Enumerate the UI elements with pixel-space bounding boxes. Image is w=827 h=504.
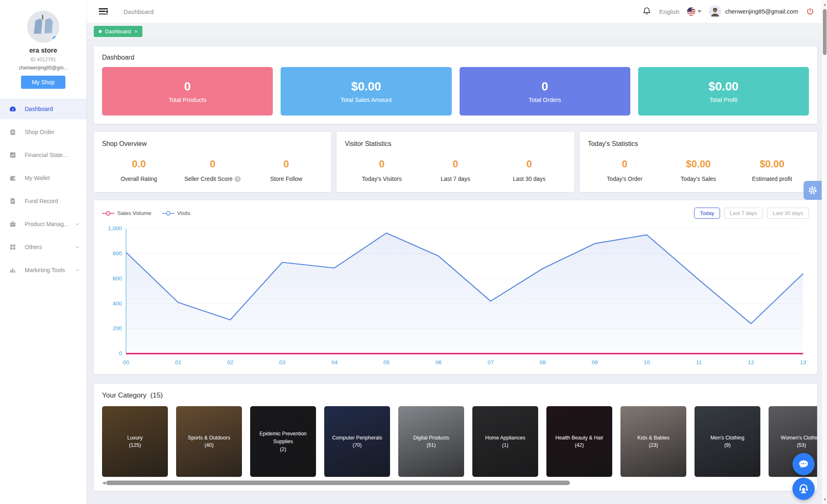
metric-label: Overall Rating — [102, 176, 176, 182]
category-scroll-thumb[interactable] — [106, 481, 570, 485]
metric: 0Store Follow — [249, 158, 323, 182]
legend-label: Sales Volume — [117, 210, 151, 216]
sidebar-item-financial-state[interactable]: Financial State... — [0, 145, 86, 165]
sidebar-item-marketing-tools[interactable]: Marketing Tools — [0, 260, 86, 280]
sidebar-item-fund-record[interactable]: Fund Record — [0, 191, 86, 211]
range-button-last-7-days[interactable]: Last 7 days — [724, 208, 763, 219]
metric: 0Today's Visitors — [345, 158, 418, 182]
headset-icon — [797, 483, 810, 495]
sidebar-item-label: Marketing Tools — [25, 267, 65, 273]
customer-service-button[interactable] — [792, 478, 815, 500]
legend-marker-icon — [102, 211, 114, 216]
gear-icon — [807, 185, 818, 196]
tab-bar: Dashboard × — [86, 23, 827, 40]
overview-card-title: Today's Statistics — [588, 140, 809, 148]
my-shop-button[interactable]: My Shop — [21, 76, 65, 89]
dashboard-card: Dashboard 0Total Products$0.00Total Sale… — [94, 46, 817, 124]
categories-card: Your Category (15) Luxury(125)Sports & O… — [94, 384, 817, 491]
sidebar: era store ID 4012791 chenwenjing85@gm...… — [0, 0, 86, 504]
category-card-sports-outdoors[interactable]: Sports & Outdoors(40) — [176, 406, 242, 477]
tab-label: Dashboard — [105, 28, 131, 35]
vertical-scrollbar[interactable]: ▲ ▼ — [822, 0, 827, 504]
legend-item-sales-volume[interactable]: Sales Volume — [102, 210, 151, 216]
svg-text:05: 05 — [383, 359, 390, 365]
vertical-scroll-thumb[interactable] — [823, 9, 827, 55]
settings-gear-button[interactable] — [804, 181, 822, 200]
help-icon[interactable]: ? — [235, 176, 241, 182]
category-card-computer-peripherals[interactable]: Computer Peripherals(70) — [324, 406, 390, 477]
sidebar-menu: DashboardShop OrderFinancial State...My … — [0, 99, 86, 280]
metric: $0.00Estimated profit — [735, 158, 809, 182]
store-email: chenwenjing85@gm... — [0, 65, 86, 71]
stat-card-total-sales-amount: $0.00Total Sales Amount — [281, 67, 451, 116]
tab-close-icon[interactable]: × — [135, 29, 138, 34]
svg-text:08: 08 — [539, 359, 546, 365]
category-name: Epidemic Prevention Supplies — [253, 430, 314, 446]
logout-power-icon[interactable] — [806, 7, 815, 16]
sidebar-item-dashboard[interactable]: Dashboard — [0, 99, 86, 119]
category-label: Men's Clothing(9) — [695, 406, 760, 477]
sidebar-item-product-manag[interactable]: Product Manag... — [0, 214, 86, 234]
metric-value: 0 — [176, 158, 249, 170]
category-card-home-appliances[interactable]: Home Appliances(1) — [472, 406, 538, 477]
metric-value: 0 — [492, 158, 566, 170]
wallet-icon — [9, 174, 16, 182]
sidebar-item-others[interactable]: Others — [0, 237, 86, 257]
range-button-last-30-days[interactable]: Last 30 days — [767, 208, 809, 219]
metric-label: Today's Sales — [662, 176, 735, 182]
category-card-epidemic-prevention-supplies[interactable]: Epidemic Prevention Supplies(2) — [250, 406, 316, 477]
menu-fold-icon[interactable] — [99, 8, 108, 15]
category-name: Home Appliances — [485, 434, 525, 442]
stat-label: Total Sales Amount — [281, 97, 451, 103]
metric: 0.0Overall Rating — [102, 158, 176, 182]
scroll-up-icon[interactable]: ▲ — [822, 2, 827, 7]
sidebar-item-my-wallet[interactable]: My Wallet — [0, 168, 86, 188]
svg-text:11: 11 — [696, 359, 702, 365]
category-card-health-beauty-hair[interactable]: Health Beauty & Hair(42) — [546, 406, 612, 477]
verified-badge-icon — [51, 35, 58, 42]
category-label: Digital Products(51) — [398, 406, 464, 477]
account-menu[interactable]: chenwenjing85@gmail.com — [709, 5, 798, 18]
category-name: Women's Clothing — [781, 434, 817, 442]
metric-label-text: Today's Order — [607, 176, 643, 182]
sidebar-item-label: Fund Record — [25, 198, 58, 204]
legend-item-visits[interactable]: Visits — [162, 210, 190, 216]
category-count: (40) — [204, 442, 214, 449]
category-label: Luxury(125) — [102, 406, 168, 477]
stats-row: 0Total Products$0.00Total Sales Amount0T… — [102, 67, 809, 116]
sidebar-item-shop-order[interactable]: Shop Order — [0, 122, 86, 142]
svg-text:06: 06 — [435, 359, 441, 365]
categories-count: (15) — [151, 391, 163, 399]
stat-value: $0.00 — [638, 80, 809, 93]
svg-text:10: 10 — [644, 359, 650, 365]
metric: 0Last 30 days — [492, 158, 566, 182]
prev-arrow-icon[interactable]: ◀ — [102, 480, 105, 486]
others-icon — [9, 243, 16, 251]
chart-header: Sales VolumeVisits TodayLast 7 daysLast … — [102, 208, 809, 219]
tab-dashboard[interactable]: Dashboard × — [94, 26, 142, 37]
scroll-down-icon[interactable]: ▼ — [822, 497, 827, 502]
dashboard-icon — [9, 105, 16, 113]
category-name: Men's Clothing — [711, 434, 744, 442]
category-card-digital-products[interactable]: Digital Products(51) — [398, 406, 464, 477]
stat-card-total-profit: $0.00Total Profit — [638, 67, 809, 116]
category-scrollbar: ◀ — [102, 480, 817, 485]
category-card-kids-babies[interactable]: Kids & Babies(23) — [620, 406, 686, 477]
metric-value: 0.0 — [102, 158, 176, 170]
category-card-men-s-clothing[interactable]: Men's Clothing(9) — [695, 406, 760, 477]
svg-text:800: 800 — [113, 250, 122, 257]
chat-button[interactable] — [792, 453, 815, 475]
notification-bell-icon[interactable] — [642, 7, 652, 16]
svg-text:04: 04 — [331, 359, 338, 365]
svg-text:03: 03 — [279, 359, 286, 365]
category-scroll-track[interactable] — [106, 481, 809, 485]
category-count: (53) — [797, 442, 806, 449]
overview-row: Shop Overview0.0Overall Rating0Seller Cr… — [94, 132, 817, 192]
language-label[interactable]: English — [659, 8, 679, 15]
range-button-today[interactable]: Today — [694, 208, 720, 219]
financial-statement-icon — [9, 151, 16, 159]
language-selector[interactable] — [687, 7, 702, 16]
visitor-statistics-card: Visitor Statistics0Today's Visitors0Last… — [337, 132, 574, 192]
category-count: (70) — [353, 442, 362, 449]
category-card-luxury[interactable]: Luxury(125) — [102, 406, 168, 477]
